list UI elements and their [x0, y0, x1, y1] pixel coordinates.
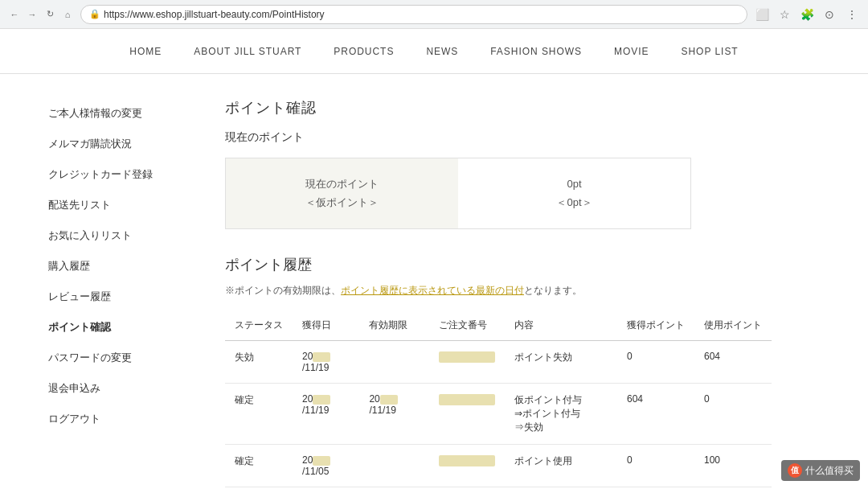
- cell-used: 604: [694, 340, 772, 383]
- nav-about[interactable]: ABOUT JILL STUART: [194, 43, 301, 60]
- cell-status: 確定: [225, 383, 293, 444]
- back-button[interactable]: ←: [8, 8, 21, 21]
- page-content: ポイント確認 現在のポイント 現在のポイント ＜仮ポイント＞ 0pt ＜0pt＞…: [225, 90, 820, 489]
- sidebar-item-unsubscribe[interactable]: 退会申込み: [48, 373, 193, 404]
- nav-home[interactable]: HOME: [129, 43, 162, 60]
- sidebar-item-purchase-history[interactable]: 購入履歴: [48, 251, 193, 281]
- nav-news[interactable]: NEWS: [426, 43, 458, 60]
- sidebar-item-wishlist[interactable]: お気に入りリスト: [48, 220, 193, 251]
- sidebar-item-logout[interactable]: ログアウト: [48, 404, 193, 434]
- cell-content: ポイント失効: [505, 340, 617, 383]
- nav-fashion-shows[interactable]: FASHION SHOWS: [490, 43, 582, 60]
- watermark-icon: 值: [788, 463, 802, 478]
- col-earned: 獲得ポイント: [617, 310, 694, 341]
- bookmark-icon[interactable]: ☆: [776, 6, 792, 23]
- watermark-text: 什么值得买: [805, 464, 854, 478]
- sidebar-item-shipping[interactable]: 配送先リスト: [48, 190, 193, 220]
- navigation-bar: HOME ABOUT JILL STUART PRODUCTS NEWS FAS…: [0, 29, 868, 74]
- sidebar-item-points[interactable]: ポイント確認: [48, 312, 193, 343]
- col-acquired: 獲得日: [293, 310, 359, 341]
- menu-icon[interactable]: ⋮: [844, 6, 860, 23]
- sidebar: ご本人様情報の変更 メルマガ購読状況 クレジットカード登録 配送先リスト お気に…: [48, 90, 193, 489]
- cell-earned: 0: [617, 340, 694, 383]
- col-status: ステータス: [225, 310, 293, 341]
- sidebar-item-newsletter[interactable]: メルマガ購読状況: [48, 129, 193, 159]
- points-card-right: 0pt ＜0pt＞: [458, 158, 690, 228]
- account-icon[interactable]: ⊙: [821, 6, 837, 23]
- current-points-label: 現在のポイント: [225, 130, 820, 145]
- browser-controls[interactable]: ← → ↻ ⌂: [8, 8, 74, 21]
- cell-content: 仮ポイント付与 ⇒ポイント付与 ⇒失効: [505, 383, 617, 444]
- main-content: ご本人様情報の変更 メルマガ購読状況 クレジットカード登録 配送先リスト お気に…: [0, 74, 868, 489]
- cell-earned: 604: [617, 383, 694, 444]
- cell-acquired: 20/11/19: [293, 340, 359, 383]
- page-title: ポイント確認: [225, 98, 820, 117]
- cell-used: 0: [694, 383, 772, 444]
- cell-content: ポイント使用: [505, 444, 617, 487]
- col-order-no: ご注文番号: [429, 310, 505, 341]
- cell-expiry: 20/11/19: [359, 383, 429, 444]
- screenshot-icon[interactable]: ⬜: [754, 6, 770, 23]
- table-row: 失効20/11/19██████████ポイント失効0604: [225, 340, 772, 383]
- refresh-button[interactable]: ↻: [43, 8, 56, 21]
- points-card-left-line2: ＜仮ポイント＞: [258, 193, 426, 212]
- browser-chrome: ← → ↻ ⌂ 🔒 https://www.eshop.jillstuart-b…: [0, 0, 868, 29]
- cell-order-no: ██████████: [429, 444, 505, 487]
- table-row: 確定20/11/05██████████ポイント使用0100: [225, 444, 772, 487]
- col-expiry: 有効期限: [359, 310, 429, 341]
- extension-icon[interactable]: 🧩: [799, 6, 815, 23]
- sidebar-item-review-history[interactable]: レビュー履歴: [48, 281, 193, 312]
- provisional-points-value: ＜0pt＞: [490, 193, 658, 212]
- cell-used: 100: [694, 444, 772, 487]
- cell-order-no: ██████████: [429, 383, 505, 444]
- sidebar-item-credit-card[interactable]: クレジットカード登録: [48, 159, 193, 190]
- cell-acquired: 20/11/19: [293, 383, 359, 444]
- points-card-left: 現在のポイント ＜仮ポイント＞: [226, 158, 458, 228]
- history-table: ステータス 獲得日 有効期限 ご注文番号 内容 獲得ポイント 使用ポイント 失効…: [225, 310, 772, 489]
- col-used: 使用ポイント: [694, 310, 772, 341]
- home-button[interactable]: ⌂: [61, 8, 74, 21]
- points-card-left-line1: 現在のポイント: [258, 175, 426, 193]
- note-suffix: となります。: [524, 285, 582, 296]
- history-title: ポイント履歴: [225, 255, 820, 274]
- browser-right-icons: ⬜ ☆ 🧩 ⊙ ⋮: [754, 6, 860, 23]
- sidebar-item-change-password[interactable]: パスワードの変更: [48, 343, 193, 373]
- watermark: 值 什么值得买: [781, 460, 860, 481]
- forward-button[interactable]: →: [26, 8, 39, 21]
- table-header-row: ステータス 獲得日 有効期限 ご注文番号 内容 獲得ポイント 使用ポイント: [225, 310, 772, 341]
- note-prefix: ※ポイントの有効期限は、: [225, 285, 341, 296]
- cell-expiry: [359, 444, 429, 487]
- nav-movie[interactable]: MOVIE: [614, 43, 649, 60]
- sidebar-item-profile[interactable]: ご本人様情報の変更: [48, 98, 193, 129]
- nav-products[interactable]: PRODUCTS: [334, 43, 394, 60]
- cell-status: 失効: [225, 340, 293, 383]
- points-value: 0pt: [490, 175, 658, 193]
- cell-acquired: 20/11/05: [293, 444, 359, 487]
- cell-expiry: [359, 340, 429, 383]
- points-card: 現在のポイント ＜仮ポイント＞ 0pt ＜0pt＞: [225, 158, 691, 229]
- cell-earned: 0: [617, 444, 694, 487]
- cell-order-no: ██████████: [429, 340, 505, 383]
- note-link[interactable]: ポイント履歴に表示されている最新の日付: [341, 285, 524, 296]
- col-content: 内容: [505, 310, 617, 341]
- address-bar[interactable]: 🔒 https://www.eshop.jillstuart-beauty.co…: [80, 5, 747, 24]
- history-note: ※ポイントの有効期限は、ポイント履歴に表示されている最新の日付となります。: [225, 284, 820, 298]
- cell-status: 確定: [225, 444, 293, 487]
- table-row: 確定20/11/1920/11/19██████████仮ポイント付与 ⇒ポイン…: [225, 383, 772, 444]
- lock-icon: 🔒: [89, 9, 100, 19]
- url-text: https://www.eshop.jillstuart-beauty.com/…: [104, 9, 325, 20]
- nav-shop-list[interactable]: SHOP LIST: [682, 43, 739, 60]
